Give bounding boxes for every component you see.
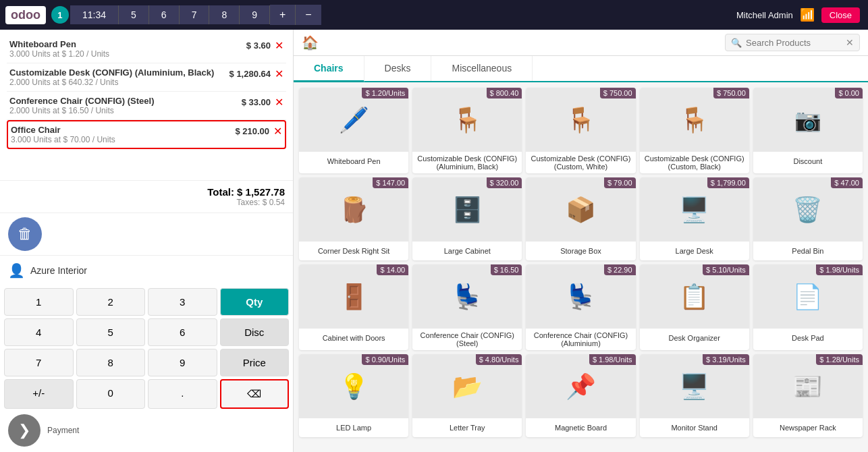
product-card[interactable]: $ 1.28/Units 📰 Newspaper Rack <box>753 354 863 437</box>
product-card[interactable]: $ 1.98/Units 📄 Desk Pad <box>753 264 863 350</box>
search-box[interactable]: 🔍 ✕ <box>725 34 860 51</box>
cat-tab-chairs[interactable]: Chairs <box>294 56 364 82</box>
product-image: 💺 <box>566 283 596 311</box>
search-clear-icon[interactable]: ✕ <box>846 37 854 48</box>
product-card[interactable]: $ 1,799.00 🖥️ Large Desk <box>640 177 749 260</box>
product-name: Letter Tray <box>412 418 522 437</box>
numpad-qty[interactable]: Qty <box>220 288 290 316</box>
price-badge: $ 750.00 <box>713 88 749 98</box>
product-name: Pedal Bin <box>753 242 863 260</box>
tab-time[interactable]: 11:34 <box>70 5 119 24</box>
product-name: Large Desk <box>640 242 749 260</box>
product-img-wrap: $ 22.90 💺 <box>526 264 635 329</box>
product-card[interactable]: $ 147.00 🪵 Corner Desk Right Sit <box>299 177 408 260</box>
delete-btn-area: 🗑 <box>0 213 293 255</box>
item-remove-icon[interactable]: ✕ <box>273 125 282 138</box>
product-card[interactable]: $ 1.20/Units 🖊️ Whiteboard Pen <box>299 88 408 173</box>
numpad-1[interactable]: 1 <box>4 288 74 316</box>
right-header: 🏠 🔍 ✕ <box>294 30 868 56</box>
product-img-wrap: $ 16.50 💺 <box>412 264 522 329</box>
numpad-9[interactable]: 9 <box>148 349 217 376</box>
product-card[interactable]: $ 79.00 📦 Storage Box <box>526 177 635 260</box>
numpad-5[interactable]: 5 <box>76 318 146 346</box>
product-card[interactable]: $ 800.40 🪑 Customizable Desk (CONFIG) (A… <box>412 88 522 173</box>
numpad-8[interactable]: 8 <box>76 349 146 376</box>
price-badge: $ 800.40 <box>487 88 522 98</box>
product-card[interactable]: $ 1.98/Units 📌 Magnetic Board <box>526 354 635 437</box>
numpad-dot[interactable]: . <box>148 379 217 409</box>
home-button[interactable]: 🏠 <box>302 34 319 51</box>
product-card[interactable]: $ 0.00 📷 Discount <box>753 88 863 173</box>
payment-button[interactable]: ❯ <box>8 414 40 447</box>
product-img-wrap: $ 5.10/Units 📋 <box>640 264 749 329</box>
price-badge: $ 5.10/Units <box>703 264 749 275</box>
numpad-backspace[interactable]: ⌫ <box>220 379 290 409</box>
tab-minus[interactable]: − <box>296 5 321 25</box>
numpad-3[interactable]: 3 <box>148 288 217 316</box>
customer-icon: 👤 <box>8 262 25 279</box>
numpad-6[interactable]: 6 <box>148 318 217 346</box>
product-card[interactable]: $ 3.19/Units 🖥️ Monitor Stand <box>640 354 749 437</box>
numpad-4[interactable]: 4 <box>4 318 74 346</box>
order-item-selected[interactable]: Office Chair 3.000 Units at $ 70.00 / Un… <box>7 120 286 149</box>
wifi-icon: 📶 <box>800 7 815 22</box>
product-card[interactable]: $ 320.00 🗄️ Large Cabinet <box>412 177 522 260</box>
product-card[interactable]: $ 0.90/Units 💡 LED Lamp <box>299 354 408 437</box>
product-img-wrap: $ 320.00 🗄️ <box>412 177 522 242</box>
session-badge: 1 <box>51 6 69 24</box>
price-badge: $ 750.00 <box>600 88 636 98</box>
price-badge: $ 1.28/Units <box>816 354 863 365</box>
top-bar: odoo 1 11:34 5 6 7 8 9 + − Mitchell Admi… <box>0 0 868 30</box>
order-item[interactable]: Customizable Desk (CONFIG) (Aluminium, B… <box>7 63 286 92</box>
item-detail: 3.000 Units at $ 70.00 / Units <box>11 135 115 144</box>
numpad-0[interactable]: 0 <box>76 379 146 409</box>
product-card[interactable]: $ 750.00 🪑 Customizable Desk (CONFIG) (C… <box>640 88 749 173</box>
delete-button[interactable]: 🗑 <box>8 217 42 251</box>
product-image: 📰 <box>792 372 823 401</box>
product-image: 🪑 <box>452 106 483 134</box>
price-badge: $ 16.50 <box>491 264 522 275</box>
tab-6[interactable]: 6 <box>149 5 180 24</box>
cat-tab-miscellaneous[interactable]: Miscellaneous <box>431 56 533 81</box>
tab-5[interactable]: 5 <box>119 5 149 24</box>
product-card[interactable]: $ 16.50 💺 Conference Chair (CONFIG) (Ste… <box>412 264 522 350</box>
item-remove-icon[interactable]: ✕ <box>275 67 283 80</box>
tab-8[interactable]: 8 <box>209 5 240 24</box>
product-image: 📷 <box>794 107 821 133</box>
product-img-wrap: $ 750.00 🪑 <box>526 88 635 152</box>
customer-name: Azure Interior <box>30 265 87 276</box>
numpad-disc[interactable]: Disc <box>220 318 290 346</box>
tab-7[interactable]: 7 <box>180 5 210 24</box>
product-card[interactable]: $ 4.80/Units 📂 Letter Tray <box>412 354 522 437</box>
item-price: $ 33.00 <box>242 97 271 107</box>
product-card[interactable]: $ 750.00 🪑 Customizable Desk (CONFIG) (C… <box>526 88 635 173</box>
search-input[interactable] <box>746 38 842 48</box>
price-badge: $ 3.19/Units <box>703 354 749 365</box>
close-button[interactable]: Close <box>821 7 860 23</box>
payment-label: Payment <box>47 426 79 435</box>
item-remove-icon[interactable]: ✕ <box>275 39 283 52</box>
product-image: 🪑 <box>566 106 596 134</box>
order-item[interactable]: Whiteboard Pen 3.000 Units at $ 1.20 / U… <box>7 35 286 63</box>
price-badge: $ 0.90/Units <box>362 354 408 365</box>
numpad-7[interactable]: 7 <box>4 349 74 376</box>
numpad-price[interactable]: Price <box>220 349 290 376</box>
price-badge: $ 1,799.00 <box>707 177 749 188</box>
product-card[interactable]: $ 47.00 🗑️ Pedal Bin <box>753 177 863 260</box>
product-name: Newspaper Rack <box>753 418 863 437</box>
tab-9[interactable]: 9 <box>240 5 270 24</box>
product-card[interactable]: $ 14.00 🚪 Cabinet with Doors <box>299 264 408 350</box>
product-card[interactable]: $ 22.90 💺 Conference Chair (CONFIG) (Alu… <box>526 264 635 350</box>
cat-tab-desks[interactable]: Desks <box>364 56 432 81</box>
product-name: LED Lamp <box>299 418 408 437</box>
numpad-plusminus[interactable]: +/- <box>4 379 74 409</box>
tab-add[interactable]: + <box>270 5 296 25</box>
product-img-wrap: $ 0.90/Units 💡 <box>299 354 408 418</box>
order-item[interactable]: Conference Chair (CONFIG) (Steel) 2.000 … <box>7 92 286 120</box>
product-img-wrap: $ 1.28/Units 📰 <box>753 354 863 418</box>
product-card[interactable]: $ 5.10/Units 📋 Desk Organizer <box>640 264 749 350</box>
item-remove-icon[interactable]: ✕ <box>275 96 283 109</box>
numpad-2[interactable]: 2 <box>76 288 146 316</box>
main-layout: Whiteboard Pen 3.000 Units at $ 1.20 / U… <box>0 30 868 452</box>
product-image: 📌 <box>566 372 596 401</box>
